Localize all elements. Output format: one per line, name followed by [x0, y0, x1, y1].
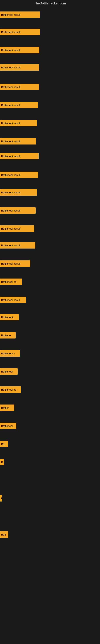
bottleneck-label: Bottleneck r	[1, 352, 15, 355]
bottleneck-label: Bottleneck result	[1, 86, 20, 88]
bottleneck-label: Bottleneck result	[1, 227, 20, 230]
bottleneck-label: Bottleneck result	[1, 262, 20, 265]
bottleneck-result-item[interactable]: Bottleneck result	[0, 260, 30, 267]
site-title: TheBottlenecker.com	[0, 0, 100, 6]
bottleneck-label: Bottleneck result	[1, 174, 20, 176]
bottleneck-label: Bottleneck	[1, 370, 13, 373]
bottleneck-label: Bottleneck result	[1, 30, 20, 34]
bottleneck-label: Bottleneck re	[1, 280, 16, 283]
bottleneck-label: Bottleneck result	[1, 191, 20, 194]
bottleneck-label: Bottleneck result	[1, 122, 20, 125]
bottleneck-result-item[interactable]: Bottleneck result	[0, 84, 39, 90]
bottleneck-result-item[interactable]: Bottleneck result	[0, 242, 35, 248]
bottleneck-label: Bottleneck result	[1, 49, 20, 52]
bottleneck-result-item[interactable]: Bottleneck resul	[0, 297, 26, 303]
bottleneck-result-item[interactable]: Bottleneck re	[0, 278, 22, 285]
bottleneck-result-item[interactable]: Bottleneck	[0, 368, 18, 375]
bottleneck-result-item[interactable]: Bottleneck result	[0, 226, 34, 232]
bottleneck-result-item[interactable]: Bottleneck	[0, 314, 19, 320]
bottleneck-label: Bott	[1, 533, 6, 536]
bottleneck-result-item[interactable]: B	[0, 495, 2, 502]
bottleneck-result-item[interactable]: Bottleneck result	[0, 64, 39, 71]
bottleneck-result-item[interactable]: Bottleneck result	[0, 29, 40, 35]
bottleneck-label: Bottleneck re	[1, 388, 16, 391]
bottleneck-label: Bottleneck result	[1, 104, 20, 107]
bottleneck-result-item[interactable]: B	[0, 459, 4, 465]
bottleneck-label: Bottleneck result	[1, 140, 20, 143]
bottleneck-result-item[interactable]: Bottlene	[0, 332, 16, 338]
bottleneck-result-item[interactable]: Bottleneck result	[0, 47, 39, 53]
bottleneck-result-item[interactable]: Bottleneck result	[0, 207, 36, 214]
bottleneck-label: Bottleneck result	[1, 13, 20, 16]
bottleneck-label: B	[1, 461, 3, 464]
bottleneck-label: Bottleneck	[1, 424, 13, 428]
bottleneck-label: Bottleneck resul	[1, 298, 20, 302]
bottleneck-result-item[interactable]: Bottleneck result	[0, 138, 36, 144]
bottleneck-label: Bottleneck result	[1, 244, 20, 247]
bottleneck-label: Bottleneck	[1, 316, 13, 319]
bottleneck-label: Bottlen	[1, 406, 9, 409]
bottleneck-result-item[interactable]: Bott	[0, 531, 8, 538]
bottleneck-result-item[interactable]: Bottleneck result	[0, 102, 38, 108]
bottleneck-result-item[interactable]: Bottleneck result	[0, 172, 38, 178]
bottleneck-label: Bottlene	[1, 334, 11, 337]
bottleneck-label: Bo	[1, 442, 4, 446]
bottleneck-result-item[interactable]: Bottleneck result	[0, 189, 37, 196]
bottleneck-label: Bottleneck result	[1, 209, 20, 212]
bottleneck-result-item[interactable]: Bottleneck	[0, 422, 16, 429]
bottleneck-result-item[interactable]: Bottleneck result	[0, 120, 37, 126]
bottleneck-result-item[interactable]: Bo	[0, 441, 8, 447]
bottleneck-label: Bottleneck result	[1, 66, 20, 69]
bottleneck-result-item[interactable]: Bottleneck result	[0, 153, 39, 160]
bottleneck-label: Bottleneck result	[1, 155, 20, 158]
bottleneck-result-item[interactable]: Bottleneck r	[0, 350, 20, 356]
bottleneck-result-item[interactable]: Bottleneck re	[0, 386, 21, 393]
bottleneck-result-item[interactable]: Bottleneck result	[0, 12, 40, 18]
bottleneck-result-item[interactable]: Bottlen	[0, 404, 14, 411]
bottleneck-label: B	[1, 497, 2, 500]
